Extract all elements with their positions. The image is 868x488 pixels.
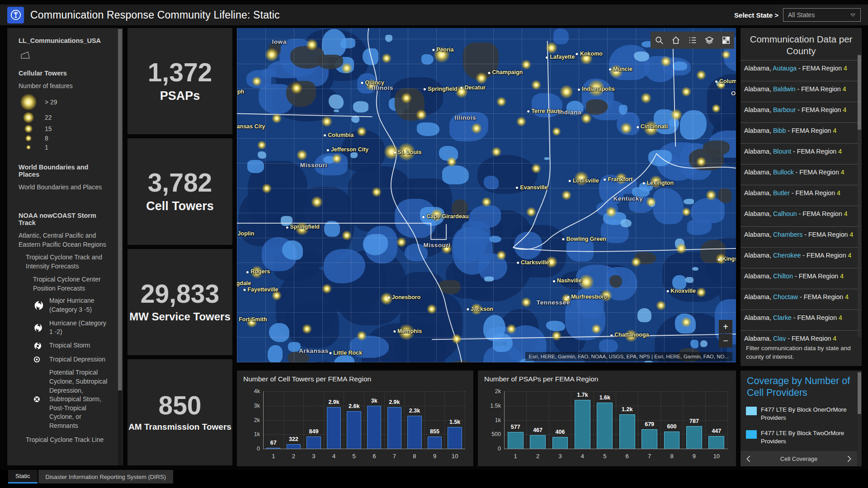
county-list-item[interactable]: Alabama, Bibb - FEMA Region 4 <box>741 122 862 143</box>
map-toolbar <box>651 32 734 49</box>
kpi-card-am-transmission-towers: 850AM Transmission Towers <box>127 359 232 465</box>
legend-list-icon[interactable] <box>684 32 701 49</box>
bar <box>708 436 724 449</box>
city-dot <box>546 56 548 59</box>
county-name: Blount <box>773 148 793 155</box>
tab-static[interactable]: Static <box>8 470 38 483</box>
cell-tower-glow <box>656 300 666 310</box>
x-tick-label: 2 <box>527 453 548 460</box>
bar-slot: 2.3k8 <box>405 391 425 449</box>
county-name: Butler <box>773 189 792 197</box>
cell-tower-glow <box>706 190 717 201</box>
county-panel: Communication Data per County Alabama, A… <box>741 28 862 366</box>
dashboard-root: Communication Response Community Lifelin… <box>0 0 868 488</box>
city-dot <box>488 72 490 74</box>
size-legend-label: 22 <box>45 114 52 121</box>
map-label-arkansas: Arkansas <box>299 347 329 354</box>
search-icon[interactable] <box>651 32 667 49</box>
map-label-columbia: Columbia <box>324 132 354 138</box>
county-list-item[interactable]: Alabama, Chambers - FEMA Region 4 <box>741 226 862 247</box>
county-scrollbar-thumb[interactable] <box>858 55 861 130</box>
cell-tower-glow <box>265 48 278 61</box>
county-list-item[interactable]: Alabama, Cherokee - FEMA Region 4 <box>741 247 862 268</box>
coverage-scrollbar-thumb[interactable] <box>858 372 861 414</box>
county-list-item[interactable]: Alabama, Choctaw - FEMA Region 4 <box>741 289 862 310</box>
map-label-tennessee: Tennessee <box>537 299 570 305</box>
cell-tower-glow <box>452 334 462 344</box>
county-list-item[interactable]: Alabama, Autauga - FEMA Region 4 <box>741 60 862 81</box>
city-dot <box>642 182 645 184</box>
map-label-knoxville: Knoxville <box>666 288 696 294</box>
map-label-kingsport: Kingsport <box>718 256 736 262</box>
county-list-item[interactable]: Alabama, Baldwin - FEMA Region 4 <box>741 81 862 102</box>
fema-region-text: - FEMA Region <box>799 210 844 217</box>
city-dot <box>432 49 434 51</box>
prev-arrow-icon[interactable] <box>746 455 751 462</box>
home-icon[interactable] <box>667 32 684 49</box>
cell-tower-glow <box>631 257 641 267</box>
glow-dot-icon <box>24 125 33 133</box>
county-state: Alabama, <box>744 231 773 238</box>
kpi-value: 3,782 <box>148 170 212 196</box>
bar <box>367 406 381 449</box>
map-label-bowling-green: Bowling Green <box>562 236 606 242</box>
kpi-label: Cell Towers <box>146 199 214 213</box>
bar-value-label: 787 <box>683 418 705 424</box>
next-arrow-icon[interactable] <box>847 455 852 462</box>
county-panel-footer: Filter communication data by state and c… <box>741 341 862 366</box>
county-list-item[interactable]: Alabama, Chilton - FEMA Region 4 <box>741 268 862 289</box>
bar-slot: 6797 <box>638 391 660 449</box>
county-list-item[interactable]: Alabama, Calhoun - FEMA Region 4 <box>741 206 862 226</box>
cell-tower-glow <box>506 324 516 334</box>
legend-item-potential-cyclone: Potential Tropical Cyclone, Subtropical … <box>33 368 109 430</box>
cell-tower-glow <box>476 72 487 84</box>
county-list-item[interactable]: Alabama, Bullock - FEMA Region 4 <box>741 164 862 185</box>
cell-tower-glow <box>272 113 282 123</box>
bar-slot: 3222 <box>284 391 304 449</box>
legend-subtitle: Number of features <box>19 81 109 90</box>
bar <box>266 448 280 449</box>
county-state: Alabama, <box>744 314 773 321</box>
county-list-item[interactable]: Alabama, Barbour - FEMA Region 4 <box>741 102 862 122</box>
y-tick-label: 500 <box>484 431 501 437</box>
select-state-label: Select State > <box>734 11 778 19</box>
cell-tower-glow <box>341 63 352 74</box>
legend-sidebar: LL_Communications_USA Cellular Towers Nu… <box>7 28 123 465</box>
city-dot <box>361 82 363 84</box>
x-tick-label: 1 <box>264 453 283 460</box>
city-dot <box>610 334 613 337</box>
cell-tower-glow <box>447 157 457 167</box>
bar-slot: 5771 <box>505 391 527 449</box>
city-dot <box>609 68 611 70</box>
bar <box>619 414 635 449</box>
zoom-in-button[interactable]: + <box>719 320 732 333</box>
fema-region-text: - FEMA Region <box>800 293 845 300</box>
kpi-value: 29,833 <box>141 281 219 307</box>
cell-tower-glow <box>696 70 706 80</box>
map-label-decatur: Decatur <box>460 84 486 91</box>
fema-region-text: - FEMA Region <box>797 85 843 93</box>
fema-region-number: 4 <box>833 127 836 134</box>
county-list-item[interactable]: Alabama, Clarke - FEMA Region 4 <box>741 310 862 330</box>
city-dot <box>576 53 578 55</box>
fema-region-text: - FEMA Region <box>792 189 837 197</box>
city-dot <box>569 180 571 182</box>
tab-disaster-information-reporting-system-di[interactable]: Disaster Information Reporting System (D… <box>38 470 174 483</box>
state-dropdown[interactable]: All States <box>783 8 861 22</box>
map-label-lexington: Lexington <box>642 180 674 186</box>
layers-icon[interactable] <box>701 32 717 49</box>
city-dot <box>553 280 555 282</box>
map-canvas[interactable]: IowaPeoriaLafayetteKokomoMuncieChampaign… <box>237 28 736 362</box>
city-dot <box>527 110 529 113</box>
city-dot <box>460 87 462 89</box>
legend-swatch <box>746 407 757 415</box>
zoom-out-button[interactable]: − <box>719 334 732 347</box>
chart-title: Number of Cell Towers per FEMA Region <box>243 375 371 383</box>
cell-tower-glow <box>332 154 342 164</box>
city-dot <box>715 80 717 83</box>
county-list-item[interactable]: Alabama, Butler - FEMA Region 4 <box>741 185 862 206</box>
legend-item-tropical-depression: Tropical Depression <box>33 355 109 364</box>
sidebar-scrollbar-thumb[interactable] <box>118 29 122 390</box>
county-list-item[interactable]: Alabama, Blount - FEMA Region 4 <box>741 143 862 164</box>
basemap-grid-icon[interactable] <box>717 32 734 49</box>
